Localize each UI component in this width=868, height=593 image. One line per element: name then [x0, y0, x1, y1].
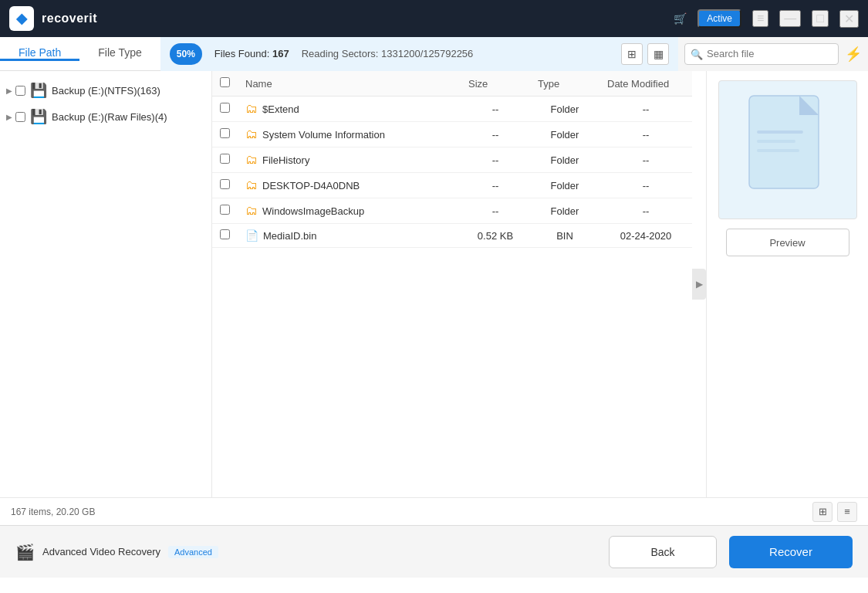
items-info: 167 items, 20.20 GB	[11, 507, 95, 517]
tab-file-type[interactable]: File Type	[79, 46, 160, 61]
bottombar: 🎬 Advanced Video Recovery Advanced Back …	[0, 525, 868, 578]
active-badge[interactable]: Active	[697, 9, 741, 28]
tab-file-path[interactable]: File Path	[0, 46, 79, 61]
row-date-5: 02-24-2020	[599, 224, 692, 248]
row-type-5: BIN	[530, 224, 599, 248]
sidebar-checkbox-ntfs[interactable]	[15, 86, 25, 96]
close-button[interactable]: ✕	[839, 10, 859, 28]
search-icon: 🔍	[691, 48, 703, 59]
table-row[interactable]: 🗂 DESKTOP-D4A0DNB -- Folder --	[212, 173, 692, 198]
folder-icon: 🗂	[245, 178, 258, 192]
row-checkbox-5[interactable]	[212, 224, 238, 248]
row-date-1: --	[599, 122, 692, 147]
search-area: 🔍 ⚡	[678, 37, 868, 71]
row-type-0: Folder	[530, 97, 599, 122]
drive-icon-ntfs: 💾	[30, 82, 47, 99]
search-input[interactable]	[684, 43, 839, 65]
recover-button[interactable]: Recover	[729, 536, 853, 568]
row-checkbox-1[interactable]	[212, 122, 238, 147]
bottombar-right: Back Recover	[609, 536, 853, 568]
col-header-type[interactable]: Type	[530, 71, 599, 97]
row-size-0: --	[461, 97, 530, 122]
preview-image	[718, 80, 857, 219]
col-header-check[interactable]	[212, 71, 238, 97]
view-icons: ⊞ ▦	[621, 43, 669, 65]
row-size-2: --	[461, 147, 530, 173]
col-header-size[interactable]: Size	[461, 71, 530, 97]
col-header-name[interactable]: Name	[238, 71, 461, 97]
sidebar-item-ntfs[interactable]: ▶ 💾 Backup (E:)(NTFS)(163)	[0, 77, 211, 103]
titlebar-right: 🛒 Active ≡ — □ ✕	[674, 9, 859, 28]
row-checkbox-4[interactable]	[212, 198, 238, 224]
row-type-2: Folder	[530, 147, 599, 173]
row-size-4: --	[461, 198, 530, 224]
row-size-1: --	[461, 122, 530, 147]
row-type-3: Folder	[530, 173, 599, 198]
row-date-3: --	[599, 173, 692, 198]
chevron-right-icon-raw[interactable]: ▶	[6, 113, 12, 121]
row-name-0: 🗂 $Extend	[238, 97, 461, 122]
preview-panel: Preview	[706, 71, 868, 497]
folder-icon: 🗂	[245, 153, 258, 167]
menu-button[interactable]: ≡	[752, 10, 768, 27]
top-controls: File Path File Type 50% Files Found: 167…	[0, 37, 868, 71]
back-button[interactable]: Back	[609, 536, 717, 568]
progress-badge: 50%	[170, 43, 202, 65]
table-scroll[interactable]: Name Size Type Date Modified 🗂 $Extend	[212, 71, 692, 497]
statusbar-icons: ⊞ ≡	[812, 502, 857, 522]
advanced-badge: Advanced	[168, 546, 218, 558]
search-wrap: 🔍	[684, 43, 839, 65]
row-name-2: 🗂 FileHistory	[238, 147, 461, 173]
maximize-button[interactable]: □	[812, 10, 829, 27]
titlebar: ◆ recoverit 🛒 Active ≡ — □ ✕	[0, 0, 868, 37]
row-type-4: Folder	[530, 198, 599, 224]
files-found-label: Files Found: 167	[214, 48, 289, 59]
grid-view-small-button[interactable]: ⊞	[812, 502, 833, 522]
sidebar: ▶ 💾 Backup (E:)(NTFS)(163) ▶ 💾 Backup (E…	[0, 71, 212, 497]
table-row[interactable]: 🗂 FileHistory -- Folder --	[212, 147, 692, 173]
row-date-0: --	[599, 97, 692, 122]
file-list-area: Name Size Type Date Modified 🗂 $Extend	[212, 71, 692, 497]
folder-icon: 🗂	[245, 102, 258, 116]
folder-icon: 🗂	[245, 204, 258, 218]
row-name-5: 📄 MediaID.bin	[238, 224, 461, 248]
statusbar: 167 items, 20.20 GB ⊞ ≡	[0, 497, 868, 525]
reading-sectors: Reading Sectors: 1331200/125792256	[302, 48, 474, 59]
row-checkbox-2[interactable]	[212, 147, 238, 173]
list-view-button[interactable]: ≡	[837, 502, 857, 522]
preview-button[interactable]: Preview	[726, 229, 849, 256]
table-row[interactable]: 🗂 WindowsImageBackup -- Folder --	[212, 198, 692, 224]
progress-bar: 50% Files Found: 167 Reading Sectors: 13…	[160, 37, 678, 71]
row-date-4: --	[599, 198, 692, 224]
minimize-button[interactable]: —	[779, 10, 801, 27]
advanced-video-icon: 🎬	[15, 543, 35, 561]
row-checkbox-0[interactable]	[212, 97, 238, 122]
table-row[interactable]: 🗂 System Volume Information -- Folder --	[212, 122, 692, 147]
col-header-date[interactable]: Date Modified	[599, 71, 692, 97]
table-row[interactable]: 📄 MediaID.bin 0.52 KB BIN 02-24-2020	[212, 224, 692, 248]
table-header-row: Name Size Type Date Modified	[212, 71, 692, 97]
table-row[interactable]: 🗂 $Extend -- Folder --	[212, 97, 692, 122]
row-name-1: 🗂 System Volume Information	[238, 122, 461, 147]
row-size-3: --	[461, 173, 530, 198]
logo-icon: ◆	[16, 10, 27, 27]
advanced-video-label: Advanced Video Recovery	[42, 546, 160, 557]
detail-view-button[interactable]: ▦	[647, 43, 669, 65]
main-layout: ▶ 💾 Backup (E:)(NTFS)(163) ▶ 💾 Backup (E…	[0, 71, 868, 497]
row-name-3: 🗂 DESKTOP-D4A0DNB	[238, 173, 461, 198]
row-checkbox-3[interactable]	[212, 173, 238, 198]
sidebar-item-raw[interactable]: ▶ 💾 Backup (E:)(Raw Files)(4)	[0, 103, 211, 130]
filter-button[interactable]: ⚡	[845, 46, 862, 63]
grid-view-button[interactable]: ⊞	[621, 43, 643, 65]
sidebar-checkbox-raw[interactable]	[15, 112, 25, 122]
sidebar-label-raw: Backup (E:)(Raw Files)(4)	[52, 111, 205, 123]
chevron-right-icon[interactable]: ▶	[6, 86, 12, 95]
app-name: recoverit	[42, 12, 97, 25]
collapse-panel-button[interactable]: ▶	[692, 269, 706, 300]
select-all-checkbox[interactable]	[220, 77, 230, 87]
cart-button[interactable]: 🛒	[674, 12, 687, 25]
drive-icon-raw: 💾	[30, 108, 47, 125]
row-type-1: Folder	[530, 122, 599, 147]
titlebar-left: ◆ recoverit	[9, 6, 97, 31]
app-logo: ◆	[9, 6, 34, 31]
